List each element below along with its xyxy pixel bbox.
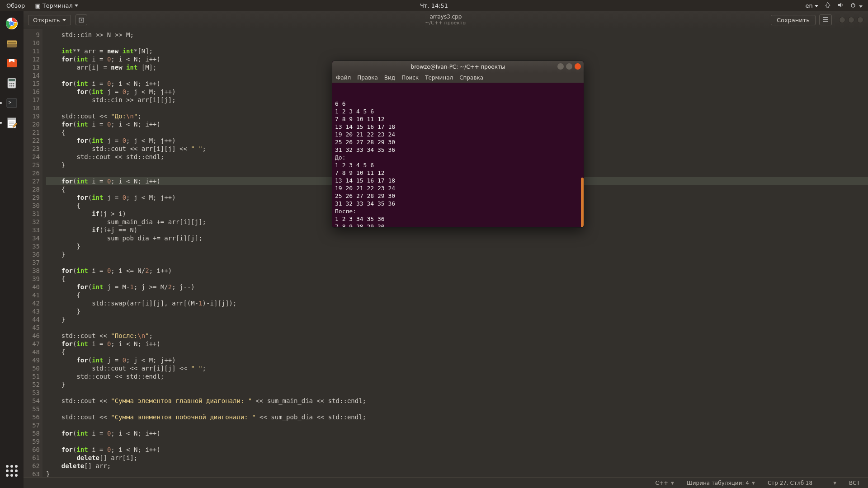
- minimize-button[interactable]: [839, 17, 845, 23]
- hamburger-menu-button[interactable]: [819, 14, 832, 25]
- terminal-output-line: 1 2 3 4 5 6: [335, 108, 581, 115]
- code-line[interactable]: [46, 405, 868, 413]
- terminal-scrollbar[interactable]: [581, 178, 584, 227]
- code-line[interactable]: std::cin >> N >> M;: [46, 31, 868, 39]
- calculator-icon[interactable]: [2, 73, 22, 93]
- code-line[interactable]: [46, 421, 868, 429]
- code-line[interactable]: std::cout << std::endl;: [46, 372, 868, 380]
- keyboard-layout-indicator[interactable]: en: [805, 2, 818, 9]
- status-bar: C++▼ Ширина табуляции: 4▼ Стр 27, Стлб 1…: [24, 477, 868, 488]
- svg-point-13: [9, 83, 11, 84]
- window-title: arrays3.cpp ~/C++ проекты: [425, 14, 467, 26]
- line-gutter: 9101112131415161718192021222324252627282…: [24, 29, 42, 477]
- terminal-output-line: 19 20 21 22 23 24: [335, 184, 581, 192]
- terminal-titlebar[interactable]: browze@Ivan-PC: ~/C++ проекты: [332, 61, 584, 73]
- code-line[interactable]: }: [46, 250, 868, 258]
- code-line[interactable]: for(int i = 0; i <= N/2; i++): [46, 267, 868, 275]
- volume-icon[interactable]: [837, 2, 844, 9]
- chrome-icon[interactable]: [2, 14, 22, 33]
- terminal-output-line: 7 8 9 10 11 12: [335, 169, 581, 177]
- svg-point-17: [11, 85, 13, 87]
- save-button[interactable]: Сохранить: [771, 15, 816, 25]
- code-line[interactable]: for(int i = 0; i < N; i++): [46, 429, 868, 437]
- terminal-output-line: 7 8 9 10 11 12: [335, 115, 581, 123]
- code-line[interactable]: }: [46, 315, 868, 324]
- app-menu-label: Терминал: [42, 2, 73, 9]
- terminal-close-button[interactable]: [575, 63, 581, 70]
- svg-text:>_: >_: [9, 100, 14, 105]
- svg-point-16: [9, 85, 11, 87]
- terminal-output-line: До:: [335, 154, 581, 161]
- terminal-minimize-button[interactable]: [557, 63, 564, 70]
- terminal-output-line: 31 32 33 34 35 36: [335, 146, 581, 154]
- code-line[interactable]: {: [46, 275, 868, 283]
- activities-button[interactable]: Обзор: [4, 2, 28, 9]
- terminal-menu-item[interactable]: Вид: [384, 75, 395, 81]
- show-applications-button[interactable]: [2, 461, 22, 481]
- power-icon[interactable]: [850, 2, 863, 9]
- terminal-output-line: 25 26 27 28 29 30: [335, 138, 581, 146]
- close-button[interactable]: [857, 17, 863, 23]
- code-line[interactable]: sum_pob_dia += arr[i][j];: [46, 234, 868, 242]
- code-line[interactable]: std::cout << "После:\n";: [46, 332, 868, 340]
- code-line[interactable]: std::cout << "Сумма элементов главной ди…: [46, 397, 868, 405]
- text-editor-icon[interactable]: [2, 113, 22, 133]
- terminal-output-line: 6 6: [335, 100, 581, 108]
- code-line[interactable]: }: [46, 307, 868, 315]
- clock[interactable]: Чт, 14:51: [420, 2, 448, 9]
- tab-width-selector[interactable]: Ширина табуляции: 4▼: [687, 480, 755, 486]
- code-line[interactable]: delete[] arr[i];: [46, 454, 868, 462]
- svg-rect-9: [8, 42, 16, 43]
- code-line[interactable]: [46, 437, 868, 446]
- maximize-button[interactable]: [848, 17, 854, 23]
- terminal-output-line: 7 8 9 28 29 30: [335, 223, 581, 227]
- top-panel: Обзор ▣ Терминал Чт, 14:51 en: [0, 0, 868, 11]
- terminal-menu-item[interactable]: Поиск: [401, 75, 419, 81]
- open-button[interactable]: Открыть: [28, 15, 71, 25]
- terminal-output-line: 13 14 15 16 17 18: [335, 177, 581, 184]
- files-icon[interactable]: [2, 33, 22, 53]
- window-controls: [839, 17, 863, 23]
- code-line[interactable]: for(int j = M-1; j >= M/2; j--): [46, 283, 868, 291]
- terminal-menu-item[interactable]: Справка: [459, 75, 483, 81]
- code-line[interactable]: std::swap(arr[i][j], arr[(M-1)-i][j]);: [46, 299, 868, 307]
- code-line[interactable]: }: [46, 380, 868, 389]
- terminal-output-line: 25 26 27 28 29 30: [335, 192, 581, 200]
- code-line[interactable]: [46, 324, 868, 332]
- terminal-menu-item[interactable]: Файл: [336, 75, 351, 81]
- terminal-window[interactable]: browze@Ivan-PC: ~/C++ проекты ФайлПравка…: [332, 61, 584, 228]
- chevron-down-icon: [815, 5, 818, 7]
- chevron-down-icon: [859, 5, 863, 8]
- code-line[interactable]: std::cout << arr[i][j] << " ";: [46, 364, 868, 372]
- code-line[interactable]: {: [46, 348, 868, 356]
- new-tab-button[interactable]: [75, 14, 87, 25]
- terminal-icon[interactable]: >_: [2, 93, 22, 113]
- terminal-maximize-button[interactable]: [566, 63, 572, 70]
- svg-point-15: [13, 83, 14, 84]
- svg-point-6: [10, 22, 14, 25]
- app-menu[interactable]: ▣ Терминал: [32, 2, 81, 9]
- code-line[interactable]: }: [46, 470, 868, 477]
- code-line[interactable]: [46, 389, 868, 397]
- code-line[interactable]: delete[] arr;: [46, 462, 868, 470]
- terminal-body[interactable]: 6 61 2 3 4 5 67 8 9 10 11 1213 14 15 16 …: [332, 83, 584, 227]
- terminal-menu-item[interactable]: Терминал: [425, 75, 453, 81]
- code-line[interactable]: for(int j = 0; j < M; j++): [46, 356, 868, 364]
- code-line[interactable]: {: [46, 291, 868, 299]
- editor-header: Открыть arrays3.cpp ~/C++ проекты Сохран…: [24, 11, 868, 29]
- code-line[interactable]: [46, 39, 868, 47]
- network-icon[interactable]: [825, 2, 831, 9]
- code-line[interactable]: for(int i = 0; i < N; i++): [46, 340, 868, 348]
- language-selector[interactable]: C++▼: [655, 480, 674, 486]
- insert-mode[interactable]: ВСТ: [849, 480, 860, 486]
- chevron-down-icon: [75, 5, 78, 7]
- code-line[interactable]: std::cout << "Сумма элементов побочной д…: [46, 413, 868, 421]
- code-line[interactable]: for(int i = 0; i < N; i++): [46, 446, 868, 454]
- svg-rect-12: [9, 79, 15, 81]
- code-line[interactable]: }: [46, 242, 868, 250]
- code-line[interactable]: [46, 258, 868, 267]
- code-line[interactable]: int** arr = new int*[N];: [46, 47, 868, 55]
- terminal-output-line: 1 2 3 4 5 6: [335, 161, 581, 169]
- software-icon[interactable]: [2, 53, 22, 73]
- terminal-menu-item[interactable]: Правка: [357, 75, 378, 81]
